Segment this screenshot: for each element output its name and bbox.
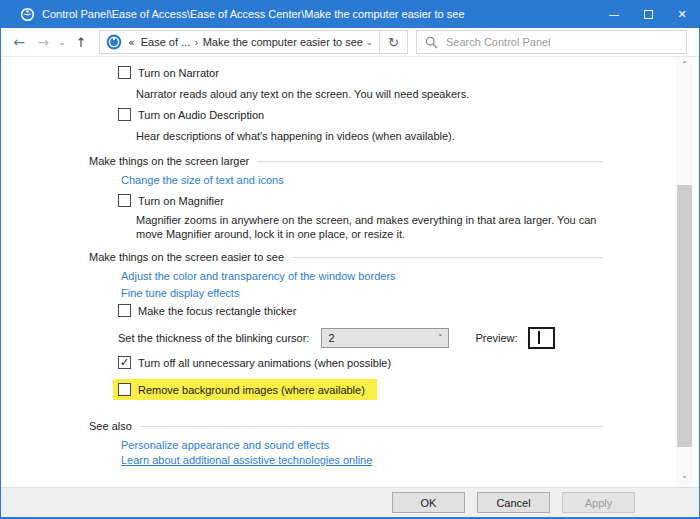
fine-tune-link[interactable]: Fine tune display effects [121, 287, 239, 299]
cursor-preview-box [528, 327, 555, 349]
section-divider-line [257, 161, 603, 162]
forward-button[interactable]: → [31, 29, 55, 55]
section-easier-to-see-title: Make things on the screen easier to see [89, 251, 284, 263]
ease-of-access-address-icon [106, 34, 122, 50]
cursor-preview-caret [538, 331, 540, 344]
section-divider-line [292, 257, 603, 258]
refresh-button[interactable]: ↻ [379, 30, 408, 54]
animations-checkbox[interactable]: ✓ [118, 356, 131, 369]
up-button[interactable]: ↑ [69, 29, 93, 55]
change-size-link[interactable]: Change the size of text and icons [121, 174, 284, 186]
cursor-thickness-value: 2 [328, 332, 334, 344]
narrator-label: Turn on Narrator [138, 67, 219, 79]
cursor-thickness-label: Set the thickness of the blinking cursor… [118, 332, 309, 344]
remove-background-checkbox[interactable] [118, 383, 131, 396]
audio-description-description: Hear descriptions of what's happening in… [136, 129, 606, 143]
vertical-scrollbar[interactable]: ˄ ˅ [676, 57, 693, 487]
navigation-toolbar: ← → ⌄ ↑ « Ease of ... › Make the compute… [1, 28, 699, 57]
personalize-link[interactable]: Personalize appearance and sound effects [121, 439, 329, 451]
settings-panel: Turn on Narrator Narrator reads aloud an… [1, 57, 699, 487]
audio-description-label: Turn on Audio Description [138, 109, 264, 121]
ok-button[interactable]: OK [392, 492, 465, 513]
cancel-button[interactable]: Cancel [477, 492, 550, 513]
section-easier-to-see: Make things on the screen easier to see [89, 249, 603, 264]
maximize-button[interactable] [631, 0, 665, 28]
caption-buttons: — ✕ [597, 0, 699, 28]
audio-description-checkbox[interactable] [118, 108, 131, 121]
search-input[interactable] [446, 36, 678, 48]
narrator-description: Narrator reads aloud any text on the scr… [136, 87, 606, 101]
search-box[interactable] [416, 30, 687, 54]
history-dropdown-icon[interactable]: ⌄ [55, 29, 69, 55]
focus-rectangle-checkbox[interactable] [118, 304, 131, 317]
cursor-thickness-dropdown[interactable]: 2 ˅ [321, 328, 449, 348]
narrator-checkbox[interactable] [118, 66, 131, 79]
remove-background-label: Remove background images (where availabl… [138, 384, 365, 396]
remove-background-row-highlighted: Remove background images (where availabl… [113, 379, 377, 400]
section-divider-line [140, 426, 603, 427]
minimize-button[interactable]: — [597, 0, 631, 28]
narrator-row: Turn on Narrator [118, 65, 699, 80]
scrollbar-thumb[interactable] [677, 185, 692, 447]
section-see-also-title: See also [89, 420, 132, 432]
window-title: Control Panel\Ease of Access\Ease of Acc… [42, 8, 465, 20]
dialog-footer: OK Cancel Apply [1, 487, 699, 517]
breadcrumb-separator-icon: › [194, 36, 198, 49]
titlebar: Control Panel\Ease of Access\Ease of Acc… [1, 0, 699, 28]
magnifier-row: Turn on Magnifier [118, 193, 699, 208]
section-make-larger-title: Make things on the screen larger [89, 155, 249, 167]
cursor-thickness-row: Set the thickness of the blinking cursor… [118, 327, 699, 348]
audio-description-row: Turn on Audio Description [118, 107, 699, 122]
learn-assistive-link[interactable]: Learn about additional assistive technol… [121, 454, 372, 466]
control-panel-window: Control Panel\Ease of Access\Ease of Acc… [0, 0, 700, 519]
magnifier-description: Magnifier zooms in anywhere on the scree… [136, 213, 606, 241]
scrollbar-down-icon[interactable]: ˅ [676, 472, 693, 487]
animations-label: Turn off all unnecessary animations (whe… [138, 357, 391, 369]
address-dropdown-icon[interactable]: ⌄ [365, 37, 373, 47]
close-button[interactable]: ✕ [665, 0, 699, 28]
scrollbar-up-icon[interactable]: ˄ [676, 57, 693, 72]
breadcrumb-overflow-icon[interactable]: « [128, 36, 135, 49]
chevron-down-icon: ˅ [438, 333, 443, 343]
address-bar[interactable]: « Ease of ... › Make the computer easier… [99, 30, 380, 54]
search-icon [425, 36, 438, 49]
animations-row: ✓ Turn off all unnecessary animations (w… [118, 355, 699, 370]
focus-rectangle-label: Make the focus rectangle thicker [138, 305, 296, 317]
section-make-larger: Make things on the screen larger [89, 153, 603, 168]
back-button[interactable]: ← [7, 29, 31, 55]
maximize-icon [644, 10, 653, 19]
scrollbar-track[interactable] [676, 72, 693, 472]
ease-of-access-icon [20, 7, 35, 22]
adjust-color-link[interactable]: Adjust the color and transparency of the… [121, 270, 396, 282]
section-see-also: See also [89, 418, 603, 433]
cursor-preview-label: Preview: [475, 332, 517, 344]
focus-rectangle-row: Make the focus rectangle thicker [118, 303, 699, 318]
apply-button[interactable]: Apply [562, 492, 635, 513]
breadcrumb-current[interactable]: Make the computer easier to see [203, 36, 363, 48]
breadcrumb-root[interactable]: Ease of ... [141, 36, 191, 48]
magnifier-label: Turn on Magnifier [138, 195, 224, 207]
magnifier-checkbox[interactable] [118, 194, 131, 207]
